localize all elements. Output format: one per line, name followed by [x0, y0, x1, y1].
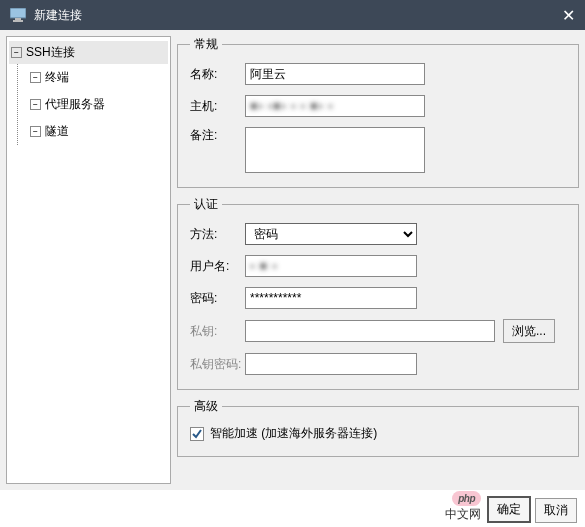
collapse-icon[interactable]: −: [30, 99, 41, 110]
svg-rect-1: [15, 18, 21, 20]
note-input[interactable]: [245, 127, 425, 173]
tree-panel: − SSH连接 − 终端 − 代理服务器 − 隧道: [6, 36, 171, 484]
cancel-button[interactable]: 取消: [535, 498, 577, 523]
check-icon: [191, 428, 203, 440]
tree-item-label: 隧道: [45, 123, 69, 140]
name-label: 名称:: [190, 66, 245, 83]
tree-item-proxy[interactable]: − 代理服务器: [28, 91, 168, 118]
titlebar: 新建连接 ✕: [0, 0, 585, 30]
main-panel: 常规 名称: 主机: ■▪ ▪■▪ ▪ ▪ ■▪ ▪ 备注: 认证 方法: 密码: [177, 36, 579, 484]
general-legend: 常规: [190, 36, 222, 53]
content: − SSH连接 − 终端 − 代理服务器 − 隧道 常规 名称:: [0, 30, 585, 490]
collapse-icon[interactable]: −: [11, 47, 22, 58]
brand-logo: php 中文网: [443, 491, 481, 523]
tree-item-label: 终端: [45, 69, 69, 86]
advanced-group: 高级 智能加速 (加速海外服务器连接): [177, 398, 579, 457]
advanced-legend: 高级: [190, 398, 222, 415]
tree-root-label: SSH连接: [26, 44, 75, 61]
tree-item-tunnel[interactable]: − 隧道: [28, 118, 168, 145]
method-select[interactable]: 密码: [245, 223, 417, 245]
ok-button[interactable]: 确定: [487, 496, 531, 523]
tree-children: − 终端 − 代理服务器 − 隧道: [17, 64, 168, 145]
privkey-pass-input[interactable]: [245, 353, 417, 375]
host-label: 主机:: [190, 98, 245, 115]
password-label: 密码:: [190, 290, 245, 307]
brand-text: 中文网: [445, 506, 481, 523]
close-icon[interactable]: ✕: [562, 6, 575, 25]
name-input[interactable]: [245, 63, 425, 85]
privkey-pass-label: 私钥密码:: [190, 356, 245, 373]
user-label: 用户名:: [190, 258, 245, 275]
browse-button[interactable]: 浏览...: [503, 319, 555, 343]
footer: php 中文网 确定 取消: [443, 491, 577, 523]
general-group: 常规 名称: 主机: ■▪ ▪■▪ ▪ ▪ ■▪ ▪ 备注:: [177, 36, 579, 188]
auth-group: 认证 方法: 密码 用户名: ▪ ■ ▪ 密码: 私钥: 浏览...: [177, 196, 579, 390]
collapse-icon[interactable]: −: [30, 72, 41, 83]
user-input[interactable]: ▪ ■ ▪: [245, 255, 417, 277]
password-input[interactable]: [245, 287, 417, 309]
svg-rect-2: [13, 20, 23, 22]
app-icon: [10, 8, 26, 22]
accel-checkbox[interactable]: [190, 427, 204, 441]
auth-legend: 认证: [190, 196, 222, 213]
method-label: 方法:: [190, 226, 245, 243]
privkey-input[interactable]: [245, 320, 495, 342]
window-title: 新建连接: [34, 7, 82, 24]
svg-rect-0: [10, 8, 26, 18]
tree-item-label: 代理服务器: [45, 96, 105, 113]
collapse-icon[interactable]: −: [30, 126, 41, 137]
note-label: 备注:: [190, 127, 245, 144]
host-input[interactable]: ■▪ ▪■▪ ▪ ▪ ■▪ ▪: [245, 95, 425, 117]
privkey-label: 私钥:: [190, 323, 245, 340]
accel-label: 智能加速 (加速海外服务器连接): [210, 425, 377, 442]
tree-item-terminal[interactable]: − 终端: [28, 64, 168, 91]
tree-root-ssh[interactable]: − SSH连接: [9, 41, 168, 64]
php-pill: php: [452, 491, 481, 506]
